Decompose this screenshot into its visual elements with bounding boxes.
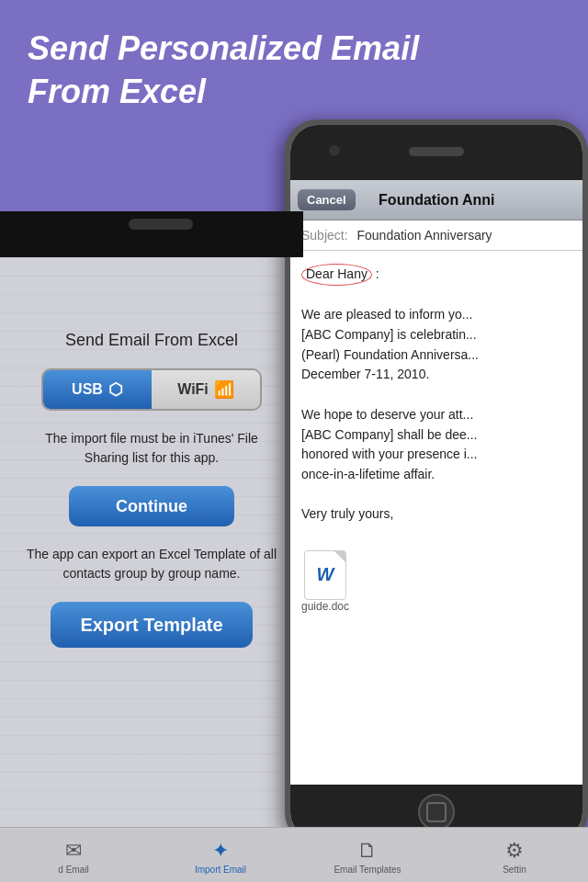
import-email-icon: ✦: [212, 839, 229, 863]
attachment-filename: guide.doc: [301, 600, 349, 613]
email-templates-icon: 🗋: [357, 839, 378, 863]
closing-text: Very truly yours,: [301, 504, 571, 525]
tab-import-email[interactable]: ✦ Import Email: [147, 828, 294, 882]
connection-toggle[interactable]: USB ⬡ WiFi 📶: [41, 368, 262, 411]
subject-label: Subject:: [301, 228, 348, 243]
right-phone: Cancel Foundation Anni Subject: Foundati…: [285, 119, 588, 845]
attachment-item: W guide.doc: [301, 550, 349, 613]
wifi-icon: 📶: [214, 379, 234, 400]
export-description: The app can export an Excel Template of …: [23, 545, 280, 583]
tab-email-templates[interactable]: 🗋 Email Templates: [294, 828, 441, 882]
navigation-bar: Cancel Foundation Anni: [290, 180, 582, 220]
right-phone-screen: Cancel Foundation Anni Subject: Foundati…: [290, 180, 582, 785]
earpiece-speaker: [409, 147, 464, 156]
usb-icon: ⬡: [108, 379, 123, 400]
left-phone-content: Send Email From Excel USB ⬡ WiFi 📶 The i…: [0, 257, 303, 882]
email-body: Dear Hany : We are pleased to inform yo.…: [290, 251, 582, 537]
usb-toggle-button[interactable]: USB ⬡: [43, 370, 152, 409]
subject-line: Subject: Foundation Anniversary: [290, 220, 582, 251]
send-email-title: Send Email From Excel: [0, 331, 303, 350]
left-phone-speaker: [129, 219, 193, 230]
send-email-tab-label: d Email: [58, 865, 88, 875]
usb-label: USB: [72, 381, 103, 398]
home-button[interactable]: [418, 794, 455, 831]
import-description: The import file must be in iTunes' File …: [23, 429, 280, 468]
subject-text: Foundation Anniversary: [356, 228, 492, 243]
word-doc-icon: W: [304, 550, 346, 600]
front-camera: [329, 145, 340, 156]
right-phone-top-bezel: [290, 125, 582, 180]
export-template-button[interactable]: Export Template: [51, 602, 253, 648]
nav-title: Foundation Anni: [356, 192, 582, 209]
cancel-button[interactable]: Cancel: [298, 189, 356, 210]
settings-icon: ⚙: [505, 839, 524, 863]
settings-tab-label: Settin: [503, 865, 526, 875]
wifi-toggle-button[interactable]: WiFi 📶: [152, 370, 260, 409]
body-paragraph-1: We are pleased to inform yo... [ABC Comp…: [301, 305, 571, 385]
home-button-inner: [426, 802, 447, 822]
wifi-label: WiFi: [177, 381, 209, 398]
tab-settings[interactable]: ⚙ Settin: [441, 828, 588, 882]
dear-hany-highlight: Dear Hany: [301, 264, 372, 286]
tab-bar: ✉ d Email ✦ Import Email 🗋 Email Templat…: [0, 827, 588, 882]
continue-button[interactable]: Continue: [69, 486, 234, 526]
tab-send-email[interactable]: ✉ d Email: [0, 828, 147, 882]
header-title: Send Personalized Email From Excel: [0, 0, 588, 114]
email-templates-tab-label: Email Templates: [334, 865, 401, 875]
import-email-tab-label: Import Email: [195, 865, 246, 875]
attachment-area: W guide.doc: [290, 537, 582, 626]
send-email-icon: ✉: [65, 839, 82, 863]
body-paragraph-2: We hope to deserve your att... [ABC Comp…: [301, 405, 571, 485]
